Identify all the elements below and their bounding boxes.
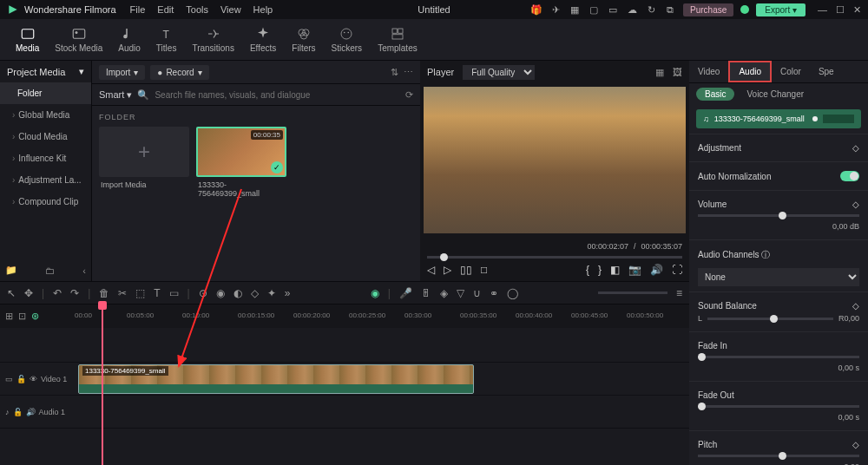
quality-select[interactable]: Full Quality: [463, 65, 535, 80]
speed-icon[interactable]: ⊙: [199, 287, 207, 299]
sort-icon[interactable]: ⇅: [391, 67, 398, 78]
panel-clip-item[interactable]: ♫ 133330-756469399_small: [696, 109, 861, 128]
select-icon[interactable]: ▭: [169, 287, 179, 299]
menu-tools[interactable]: Tools: [186, 4, 208, 15]
volume-icon[interactable]: 🔊: [650, 264, 663, 276]
camera-icon[interactable]: 📷: [628, 264, 641, 276]
fullscreen-icon[interactable]: ⛶: [672, 264, 682, 276]
media-item-global[interactable]: Global Media: [0, 104, 91, 126]
link-icon[interactable]: ⚭: [490, 287, 498, 299]
snapshot-icon[interactable]: 🖼: [673, 67, 682, 77]
tab-stock[interactable]: Stock Media: [48, 23, 109, 56]
preview-viewport[interactable]: [424, 87, 686, 233]
pointer-icon[interactable]: ↖: [7, 287, 16, 299]
tab-transitions[interactable]: Transitions: [185, 23, 241, 56]
folder-icon[interactable]: 🗀: [45, 265, 55, 276]
frame-icon[interactable]: ▢: [588, 3, 600, 16]
mark-icon[interactable]: ▽: [457, 287, 464, 299]
redo-icon[interactable]: ↷: [70, 287, 79, 299]
undo-icon[interactable]: ↶: [53, 287, 62, 299]
crop-tool-icon[interactable]: ⬚: [135, 287, 145, 299]
media-item-adjustment[interactable]: Adjustment La...: [0, 169, 91, 191]
mixer-icon[interactable]: 🎚: [421, 287, 431, 299]
tab-stickers[interactable]: Stickers: [325, 23, 370, 56]
record-button[interactable]: ● Record ▾: [150, 65, 208, 80]
delete-icon[interactable]: 🗑: [99, 287, 109, 299]
diamond-icon[interactable]: ◇: [852, 200, 859, 209]
mask-icon[interactable]: ◐: [233, 287, 242, 299]
render-icon[interactable]: ◯: [507, 287, 518, 299]
eye-icon[interactable]: 👁: [30, 375, 37, 383]
export-button[interactable]: Export ▾: [756, 3, 806, 16]
close-button[interactable]: ✕: [853, 4, 861, 16]
diamond-icon[interactable]: ◇: [852, 301, 859, 311]
gift-icon[interactable]: 🎁: [530, 3, 542, 16]
more-icon[interactable]: ⋯: [404, 67, 413, 78]
maximize-button[interactable]: ☐: [836, 4, 845, 16]
panel-tab-video[interactable]: Video: [689, 61, 728, 82]
tab-templates[interactable]: Templates: [371, 23, 424, 56]
pause-button[interactable]: ▯▯: [460, 264, 472, 276]
cloud-icon[interactable]: ☁: [626, 3, 638, 16]
fadein-slider[interactable]: [698, 356, 859, 358]
list-view-icon[interactable]: ≡: [676, 287, 682, 299]
collapse-icon[interactable]: ‹: [82, 265, 86, 276]
refresh-icon[interactable]: ⟳: [405, 89, 413, 101]
zoom-slider[interactable]: [598, 291, 667, 294]
audio-track-icon[interactable]: ♪: [5, 408, 10, 416]
timeline-ruler[interactable]: ⊞ ⊡ ⊛ 00:00 00:05:00 00:10:00 00:00:15:0…: [0, 304, 689, 328]
ai-icon[interactable]: ◉: [371, 287, 379, 299]
voice-changer-tab[interactable]: Voice Changer: [746, 89, 804, 99]
import-card[interactable]: + Import Media: [99, 127, 193, 198]
window-icon[interactable]: ⧉: [664, 3, 676, 16]
channels-select[interactable]: None: [698, 268, 859, 286]
marker-icon[interactable]: ◈: [440, 287, 448, 299]
prev-frame-button[interactable]: ◁: [427, 264, 435, 276]
tab-media[interactable]: Media: [9, 23, 46, 56]
lock-icon[interactable]: 🔓: [16, 375, 26, 383]
send-icon[interactable]: ✈: [549, 3, 562, 16]
preview-slider[interactable]: [427, 256, 682, 259]
clip-card[interactable]: 00:00:35 ✓ 133330-756469399_small: [196, 127, 290, 198]
basic-tab[interactable]: Basic: [696, 88, 734, 101]
grid-icon[interactable]: ▦: [569, 3, 581, 16]
diamond-icon[interactable]: ◇: [852, 143, 859, 153]
video-track-icon[interactable]: ▭: [5, 375, 13, 383]
media-item-compound[interactable]: Compound Clip: [0, 191, 91, 213]
purchase-button[interactable]: Purchase: [683, 3, 733, 16]
media-item-cloud[interactable]: Cloud Media: [0, 126, 91, 147]
menu-edit[interactable]: Edit: [157, 4, 174, 15]
mark-in-icon[interactable]: {: [586, 264, 589, 276]
media-item-influence[interactable]: Influence Kit: [0, 147, 91, 169]
video-track[interactable]: ▭ 🔓 👁 Video 1 133330-756469399_small: [0, 363, 689, 396]
media-item-folder[interactable]: Folder: [0, 82, 91, 104]
minimize-button[interactable]: —: [818, 4, 827, 16]
expand-icon[interactable]: »: [285, 287, 291, 299]
new-folder-icon[interactable]: 📁: [5, 265, 17, 276]
rect-icon[interactable]: ▭: [607, 3, 619, 16]
import-button[interactable]: Import ▾: [99, 65, 145, 80]
panel-tab-color[interactable]: Color: [772, 61, 810, 82]
refresh-icon[interactable]: ↻: [645, 3, 657, 16]
timeline-clip[interactable]: 133330-756469399_small: [78, 364, 474, 394]
playhead[interactable]: [102, 305, 103, 465]
mute-icon[interactable]: 🔊: [26, 408, 36, 416]
tab-filters[interactable]: Filters: [285, 23, 322, 56]
grid-view-icon[interactable]: ▦: [655, 67, 664, 78]
color-icon[interactable]: ◉: [216, 287, 225, 299]
magnet-icon[interactable]: ∪: [473, 287, 481, 299]
play-button[interactable]: ▷: [444, 264, 451, 276]
track-add-icon[interactable]: ⊞: [5, 311, 13, 322]
tab-titles[interactable]: TTitles: [149, 23, 184, 56]
cut-icon[interactable]: ✂: [118, 287, 127, 299]
chevron-down-icon[interactable]: ▾: [79, 66, 84, 77]
auto-norm-toggle[interactable]: [840, 171, 859, 181]
diamond-icon[interactable]: ◇: [852, 440, 859, 449]
lock-icon[interactable]: 🔓: [13, 408, 23, 416]
effects-tool-icon[interactable]: ✦: [267, 287, 276, 299]
stop-button[interactable]: □: [481, 264, 487, 276]
snap-icon[interactable]: ⊛: [31, 311, 39, 322]
fadeout-slider[interactable]: [698, 405, 859, 408]
mic-icon[interactable]: 🎤: [399, 287, 412, 299]
smart-button[interactable]: Smart ▾: [99, 89, 132, 101]
